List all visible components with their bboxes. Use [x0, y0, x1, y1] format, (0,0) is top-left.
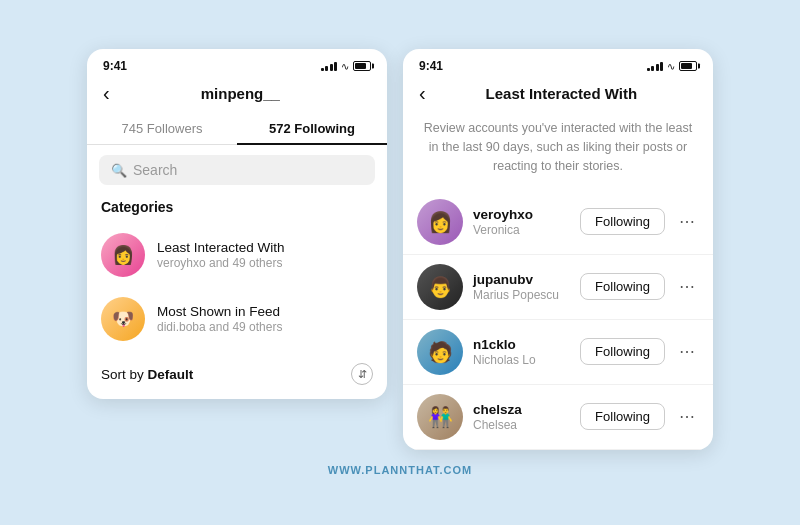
user-item-n1cklo: 🧑 n1cklo Nicholas Lo Following ⋯ — [403, 320, 713, 385]
back-button[interactable]: ‹ — [103, 83, 110, 103]
category-sub-1: veroyhxo and 49 others — [157, 256, 285, 270]
search-icon: 🔍 — [111, 163, 127, 178]
wifi-icon: ∿ — [341, 61, 349, 72]
right-battery-icon — [679, 61, 697, 71]
battery-icon — [353, 61, 371, 71]
username-n1cklo: n1cklo — [473, 337, 570, 352]
username-chelsza: chelsza — [473, 402, 570, 417]
user-item-chelsza: 👫 chelsza Chelsea Following ⋯ — [403, 385, 713, 450]
sort-bar: Sort by Default ⇵ — [87, 351, 387, 399]
realname-veroyhxo: Veronica — [473, 223, 570, 237]
user-info-chelsza: chelsza Chelsea — [473, 402, 570, 432]
search-label: Search — [133, 162, 177, 178]
avatar-veroyhxo: 👩 — [417, 199, 463, 245]
user-item-veroyhxo: 👩 veroyhxo Veronica Following ⋯ — [403, 190, 713, 255]
realname-n1cklo: Nicholas Lo — [473, 353, 570, 367]
sort-label: Sort by Default — [101, 367, 193, 382]
user-info-veroyhxo: veroyhxo Veronica — [473, 207, 570, 237]
realname-chelsza: Chelsea — [473, 418, 570, 432]
following-button-chelsza[interactable]: Following — [580, 403, 665, 430]
right-header: ‹ Least Interacted With — [403, 79, 713, 113]
username-jupanubv: jupanubv — [473, 272, 570, 287]
category-info-2: Most Shown in Feed didi.boba and 49 othe… — [157, 304, 282, 334]
right-phone-screen: 9:41 ∿ ‹ Least Interacted — [403, 49, 713, 449]
right-status-icons: ∿ — [647, 61, 698, 72]
category-avatar-2: 🐶 — [101, 297, 145, 341]
search-box[interactable]: 🔍 Search — [99, 155, 375, 185]
categories-title: Categories — [87, 195, 387, 223]
user-info-jupanubv: jupanubv Marius Popescu — [473, 272, 570, 302]
footer-url: WWW.PLANNTHAT.COM — [87, 464, 713, 476]
category-name-2: Most Shown in Feed — [157, 304, 282, 319]
right-wifi-icon: ∿ — [667, 61, 675, 72]
following-button-n1cklo[interactable]: Following — [580, 338, 665, 365]
user-item-jupanubv: 👨 jupanubv Marius Popescu Following ⋯ — [403, 255, 713, 320]
right-page-title: Least Interacted With — [426, 85, 697, 102]
category-avatar-1: 👩 — [101, 233, 145, 277]
right-subtitle: Review accounts you've interacted with t… — [403, 113, 713, 189]
follow-tabs: 745 Followers 572 Following — [87, 113, 387, 145]
right-status-time: 9:41 — [419, 59, 443, 73]
category-least-interacted[interactable]: 👩 Least Interacted With veroyhxo and 49 … — [87, 223, 387, 287]
more-button-veroyhxo[interactable]: ⋯ — [675, 212, 699, 231]
signal-icon — [321, 61, 338, 71]
category-name-1: Least Interacted With — [157, 240, 285, 255]
realname-jupanubv: Marius Popescu — [473, 288, 570, 302]
more-button-jupanubv[interactable]: ⋯ — [675, 277, 699, 296]
category-sub-2: didi.boba and 49 others — [157, 320, 282, 334]
left-phone-screen: 9:41 ∿ ‹ minpeng__ — [87, 49, 387, 399]
profile-username: minpeng__ — [110, 85, 371, 102]
right-status-bar: 9:41 ∿ — [403, 49, 713, 79]
more-button-chelsza[interactable]: ⋯ — [675, 407, 699, 426]
following-tab[interactable]: 572 Following — [237, 113, 387, 144]
avatar-jupanubv: 👨 — [417, 264, 463, 310]
following-button-jupanubv[interactable]: Following — [580, 273, 665, 300]
user-list: 👩 veroyhxo Veronica Following ⋯ 👨 jupanu… — [403, 190, 713, 450]
avatar-chelsza: 👫 — [417, 394, 463, 440]
avatar-n1cklo: 🧑 — [417, 329, 463, 375]
left-status-icons: ∿ — [321, 61, 372, 72]
user-info-n1cklo: n1cklo Nicholas Lo — [473, 337, 570, 367]
following-button-veroyhxo[interactable]: Following — [580, 208, 665, 235]
username-veroyhxo: veroyhxo — [473, 207, 570, 222]
sort-button[interactable]: ⇵ — [351, 363, 373, 385]
left-status-bar: 9:41 ∿ — [87, 49, 387, 79]
followers-tab[interactable]: 745 Followers — [87, 113, 237, 144]
right-signal-icon — [647, 61, 664, 71]
left-status-time: 9:41 — [103, 59, 127, 73]
category-info-1: Least Interacted With veroyhxo and 49 ot… — [157, 240, 285, 270]
right-back-button[interactable]: ‹ — [419, 83, 426, 103]
category-most-shown[interactable]: 🐶 Most Shown in Feed didi.boba and 49 ot… — [87, 287, 387, 351]
left-header: ‹ minpeng__ — [87, 79, 387, 113]
more-button-n1cklo[interactable]: ⋯ — [675, 342, 699, 361]
